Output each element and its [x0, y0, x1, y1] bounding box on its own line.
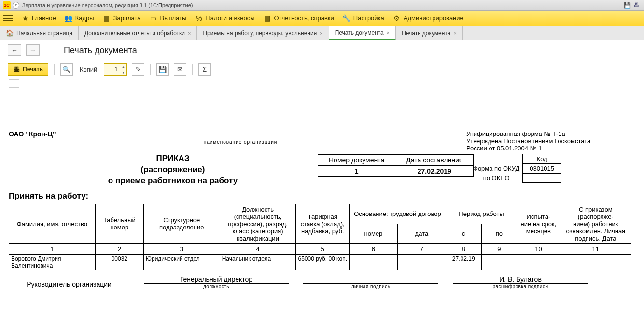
- save-button[interactable]: 💾: [156, 63, 169, 76]
- percent-icon: %: [195, 14, 203, 22]
- position-caption: должность: [144, 284, 289, 289]
- cell-rate: 65000 руб. 00 коп.: [296, 254, 349, 270]
- close-icon[interactable]: ×: [188, 30, 191, 36]
- gear-icon: ⚙: [393, 14, 401, 22]
- col-numbers-row: 1 2 3 4 5 6 7 8 9 10 11: [9, 243, 631, 254]
- print-icon[interactable]: 🖶: [632, 1, 641, 9]
- signature-caption: личная подпись: [303, 284, 438, 289]
- window-title: Зарплата и управление персоналом, редакц…: [22, 2, 622, 8]
- report-icon: ▤: [264, 14, 271, 22]
- app-menu-dropdown[interactable]: ▾: [13, 2, 19, 9]
- tab-bar: 🏠Начальная страница Дополнительные отчет…: [0, 26, 644, 40]
- tab-print-doc-2[interactable]: Печать документа×: [396, 26, 463, 40]
- col-tabnum: Табельный номер: [95, 204, 143, 243]
- okpo-label: по ОКПО: [466, 174, 523, 183]
- close-icon[interactable]: ×: [387, 30, 390, 36]
- menu-item-main[interactable]: ★Главное: [21, 14, 56, 22]
- prikaz-title: ПРИКАЗ (распоряжение) о приеме работнико…: [9, 153, 308, 187]
- tab-home[interactable]: 🏠Начальная страница: [0, 26, 79, 40]
- form-header-block: Унифицированная форма № Т-1а Утверждена …: [9, 130, 639, 145]
- col-period: Период работы: [446, 204, 517, 224]
- cell-dept: Юридический отдел: [143, 254, 220, 270]
- cell-basis-num: [349, 254, 397, 270]
- col-dept: Структурное подразделение: [143, 204, 220, 243]
- nav-forward-button[interactable]: →: [26, 44, 40, 56]
- print-button[interactable]: 🖶Печать: [8, 63, 48, 76]
- col-basis-date: дата: [397, 224, 446, 243]
- menu-item-zarplata[interactable]: ▦Зарплата: [103, 14, 141, 22]
- col-period-from: с: [446, 224, 481, 243]
- okpo-value: [523, 174, 561, 183]
- menu-item-vyplaty[interactable]: ▭Выплаты: [150, 14, 187, 22]
- copies-label: Копий:: [80, 66, 99, 73]
- close-icon[interactable]: ×: [453, 30, 456, 36]
- doc-number-value: 1: [318, 166, 395, 177]
- position-value: Генеральный директор: [144, 275, 289, 284]
- org-caption: наименование организации: [9, 139, 472, 145]
- col-rate: Тарифная ставка (оклад), надбавка, руб.: [296, 204, 349, 243]
- close-icon[interactable]: ×: [320, 30, 322, 36]
- accept-label: Принять на работу:: [9, 191, 639, 201]
- separator: [54, 64, 55, 75]
- okud-okpo-table: Код Форма по ОКУД0301015 по ОКПО: [466, 154, 561, 183]
- save-icon[interactable]: 💾: [623, 1, 631, 9]
- tab-reports[interactable]: Дополнительные отчеты и обработки×: [79, 26, 197, 40]
- code-header: Код: [523, 154, 561, 164]
- form-info-line: Утверждена Постановлением Госкомстата: [466, 137, 635, 145]
- col-basis: Основание: трудовой договор: [349, 204, 446, 224]
- cell-fio: Борового Дмитрия Валентиновича: [9, 254, 96, 270]
- menu-item-kadry[interactable]: 👥Кадры: [65, 14, 94, 22]
- spin-up-icon[interactable]: ▲: [120, 64, 126, 69]
- name-caption: расшифровка подписи: [453, 284, 588, 289]
- form-info-line: России от 05.01.2004 № 1: [466, 145, 635, 152]
- menu-item-admin[interactable]: ⚙Администрирование: [393, 14, 463, 22]
- cell-trial: [517, 254, 560, 270]
- sum-button[interactable]: Σ: [198, 63, 211, 76]
- main-menu: ★Главное 👥Кадры ▦Зарплата ▭Выплаты %Нало…: [0, 11, 644, 26]
- doc-number-label: Номер документа: [318, 155, 395, 166]
- cell-position: Начальник отдела: [220, 254, 296, 270]
- org-name: ОАО "Крон-Ц": [9, 130, 472, 139]
- tab-hires[interactable]: Приемы на работу, переводы, увольнения×: [197, 26, 329, 40]
- copies-input[interactable]: [104, 64, 120, 75]
- okud-value: 0301015: [523, 164, 561, 174]
- nav-back-button[interactable]: ←: [8, 44, 21, 56]
- people-icon: 👥: [65, 14, 72, 22]
- col-basis-num: номер: [349, 224, 397, 243]
- col-sign: С приказом (распоряже- нием) работник оз…: [560, 204, 631, 243]
- home-icon: 🏠: [6, 29, 14, 37]
- col-position: Должность (специальность, профессия), ра…: [220, 204, 296, 243]
- menu-item-nalogi[interactable]: %Налоги и взносы: [195, 14, 254, 22]
- copies-spinner[interactable]: ▲▼: [104, 63, 127, 76]
- email-button[interactable]: ✉: [174, 63, 186, 76]
- signature-line: [303, 275, 438, 284]
- tab-print-doc-active[interactable]: Печать документа×: [329, 26, 396, 40]
- cell-sign: [560, 254, 631, 270]
- menu-burger-icon[interactable]: [3, 15, 13, 21]
- table-icon: ▦: [103, 14, 111, 22]
- page-header: ← → Печать документа: [0, 40, 644, 58]
- cell-period-to: [481, 254, 517, 270]
- printer-icon: 🖶: [13, 66, 20, 73]
- edit-toggle-button[interactable]: ✎: [132, 63, 144, 76]
- menu-item-otchet[interactable]: ▤Отчетность, справки: [264, 14, 334, 22]
- table-row: Борового Дмитрия Валентиновича 00032 Юри…: [9, 254, 631, 270]
- doc-number-date-table: Номер документаДата составления 127.02.2…: [318, 154, 474, 177]
- col-period-to: по: [481, 224, 517, 243]
- form-info-line: Унифицированная форма № Т-1а: [466, 130, 635, 137]
- app-icon: 1C: [3, 1, 11, 9]
- cell-period-from: 27.02.19: [446, 254, 481, 270]
- doc-date-label: Дата составления: [395, 155, 474, 166]
- menu-item-nastroika[interactable]: 🔧Настройка: [343, 14, 384, 22]
- sheet-corner-cell[interactable]: [9, 79, 19, 88]
- preview-button[interactable]: 🔍: [60, 63, 73, 76]
- document-area[interactable]: Унифицированная форма № Т-1а Утверждена …: [0, 79, 644, 332]
- lead-label: Руководитель организации: [9, 281, 129, 289]
- col-fio: Фамилия, имя, отчество: [9, 204, 96, 243]
- star-icon: ★: [21, 14, 29, 22]
- cell-basis-date: [397, 254, 446, 270]
- col-trial: Испыта- ние на срок, месяцев: [517, 204, 560, 243]
- signature-row: Руководитель организации Генеральный дир…: [9, 275, 639, 289]
- form-info-block: Унифицированная форма № Т-1а Утверждена …: [466, 130, 635, 183]
- spin-down-icon[interactable]: ▼: [120, 69, 126, 75]
